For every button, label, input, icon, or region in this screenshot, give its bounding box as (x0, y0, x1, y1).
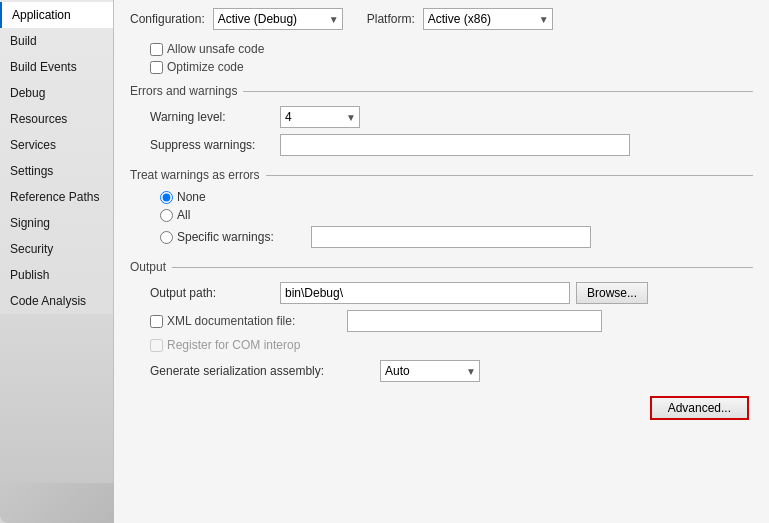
gen-serial-select[interactable]: Auto On Off (380, 360, 480, 382)
errors-warnings-section-label: Errors and warnings (130, 84, 237, 98)
optimize-code-checkbox[interactable] (150, 61, 163, 74)
output-path-input[interactable] (280, 282, 570, 304)
treat-warnings-none-label: None (177, 190, 206, 204)
xml-doc-input[interactable] (347, 310, 602, 332)
treat-warnings-specific-label: Specific warnings: (177, 230, 307, 244)
sidebar: Application Build Build Events Debug Res… (0, 0, 114, 523)
suppress-warnings-label: Suppress warnings: (150, 138, 280, 152)
treat-warnings-specific-row: Specific warnings: (130, 226, 753, 248)
treat-warnings-specific-radio[interactable] (160, 231, 173, 244)
sidebar-item-resources[interactable]: Resources (0, 106, 113, 132)
sidebar-item-reference-paths[interactable]: Reference Paths (0, 184, 113, 210)
xml-doc-checkbox[interactable] (150, 315, 163, 328)
com-interop-row: Register for COM interop (130, 338, 753, 352)
treat-warnings-all-label: All (177, 208, 190, 222)
configuration-label: Configuration: (130, 12, 205, 26)
treat-warnings-all-row: All (130, 208, 753, 222)
treat-warnings-specific-input[interactable] (311, 226, 591, 248)
browse-button[interactable]: Browse... (576, 282, 648, 304)
treat-warnings-section-label: Treat warnings as errors (130, 168, 260, 182)
platform-label: Platform: (367, 12, 415, 26)
errors-warnings-separator: Errors and warnings (130, 84, 753, 98)
optimize-code-row: Optimize code (130, 60, 753, 74)
xml-doc-label: XML documentation file: (167, 314, 347, 328)
warning-level-row: Warning level: 4 0 1 2 3 ▼ (130, 106, 753, 128)
optimize-code-label: Optimize code (167, 60, 244, 74)
configuration-select[interactable]: Active (Debug) Debug Release All Configu… (213, 8, 343, 30)
com-interop-label: Register for COM interop (167, 338, 300, 352)
allow-unsafe-code-row: Allow unsafe code (130, 42, 753, 56)
output-path-label: Output path: (150, 286, 280, 300)
sidebar-item-build-events[interactable]: Build Events (0, 54, 113, 80)
errors-warnings-line (243, 91, 753, 92)
advanced-area: Advanced... (130, 396, 753, 420)
configuration-dropdown-wrapper: Active (Debug) Debug Release All Configu… (213, 8, 343, 30)
output-path-row: Output path: Browse... (130, 282, 753, 304)
sidebar-spacer (0, 314, 113, 483)
sidebar-item-publish[interactable]: Publish (0, 262, 113, 288)
sidebar-corner (0, 483, 114, 523)
sidebar-item-code-analysis[interactable]: Code Analysis (0, 288, 113, 314)
gen-serial-label: Generate serialization assembly: (150, 364, 380, 378)
allow-unsafe-code-checkbox[interactable] (150, 43, 163, 56)
treat-warnings-all-radio[interactable] (160, 209, 173, 222)
treat-warnings-separator: Treat warnings as errors (130, 168, 753, 182)
platform-select[interactable]: Active (x86) x86 x64 Any CPU (423, 8, 553, 30)
main-panel: Configuration: Active (Debug) Debug Rele… (114, 0, 769, 523)
treat-warnings-none-row: None (130, 190, 753, 204)
gen-serial-dropdown-wrapper: Auto On Off ▼ (380, 360, 480, 382)
allow-unsafe-code-label: Allow unsafe code (167, 42, 264, 56)
output-section-label: Output (130, 260, 166, 274)
warning-level-dropdown-wrapper: 4 0 1 2 3 ▼ (280, 106, 360, 128)
warning-level-select[interactable]: 4 0 1 2 3 (280, 106, 360, 128)
sidebar-item-debug[interactable]: Debug (0, 80, 113, 106)
treat-warnings-none-radio[interactable] (160, 191, 173, 204)
sidebar-item-services[interactable]: Services (0, 132, 113, 158)
sidebar-item-settings[interactable]: Settings (0, 158, 113, 184)
output-line (172, 267, 753, 268)
suppress-warnings-input[interactable] (280, 134, 630, 156)
xml-doc-row: XML documentation file: (130, 310, 753, 332)
advanced-button[interactable]: Advanced... (650, 396, 749, 420)
sidebar-item-security[interactable]: Security (0, 236, 113, 262)
platform-dropdown-wrapper: Active (x86) x86 x64 Any CPU ▼ (423, 8, 553, 30)
suppress-warnings-row: Suppress warnings: (130, 134, 753, 156)
configuration-bar: Configuration: Active (Debug) Debug Rele… (130, 8, 753, 30)
treat-warnings-line (266, 175, 753, 176)
gen-serial-row: Generate serialization assembly: Auto On… (130, 360, 753, 382)
sidebar-item-application[interactable]: Application (0, 2, 113, 28)
output-separator: Output (130, 260, 753, 274)
com-interop-checkbox[interactable] (150, 339, 163, 352)
sidebar-item-signing[interactable]: Signing (0, 210, 113, 236)
warning-level-label: Warning level: (150, 110, 280, 124)
sidebar-item-build[interactable]: Build (0, 28, 113, 54)
